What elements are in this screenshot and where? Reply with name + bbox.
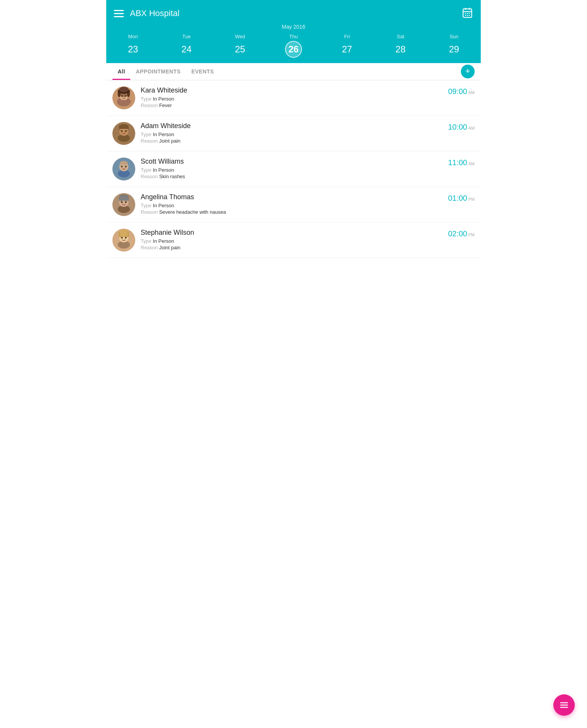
- tab-appointments[interactable]: APPOINTMENTS: [130, 63, 186, 80]
- appointment-info: Angelina Thomas Type In Person Reason Se…: [141, 193, 475, 216]
- appointment-time: 02:00 PM: [448, 229, 475, 238]
- day-cell-sat[interactable]: Sat 28: [391, 34, 410, 58]
- day-cell-fri[interactable]: Fri 27: [337, 34, 357, 58]
- week-nav: Mon 23 Tue 24 Wed 25 Thu 26 Fri 27 Sat 2…: [106, 32, 481, 63]
- appointment-item[interactable]: Kara Whiteside Type In Person Reason Fev…: [106, 80, 481, 116]
- svg-point-58: [120, 237, 123, 238]
- reason-value: Severe headache with nausea: [159, 209, 226, 215]
- svg-point-41: [125, 166, 127, 167]
- appointment-item[interactable]: Scott Williams Type In Person Reason Ski…: [106, 151, 481, 187]
- type-value: In Person: [153, 132, 174, 137]
- appointment-info: Scott Williams Type In Person Reason Ski…: [141, 158, 475, 180]
- hamburger-icon[interactable]: [114, 10, 124, 17]
- time-ampm: PM: [469, 197, 475, 202]
- patient-name: Kara Whiteside: [141, 86, 475, 94]
- time-value: 01:00: [448, 194, 467, 203]
- day-name-sat: Sat: [397, 34, 404, 39]
- appointment-info: Stephanie Wilson Type In Person Reason J…: [141, 229, 475, 251]
- type-value: In Person: [153, 96, 174, 102]
- appointment-item[interactable]: Stephanie Wilson Type In Person Reason J…: [106, 223, 481, 258]
- svg-point-33: [125, 130, 127, 132]
- reason-label: Reason: [141, 245, 159, 250]
- day-name-thu: Thu: [289, 34, 298, 39]
- reason-value: Joint pain: [159, 138, 180, 144]
- type-label: Type: [141, 238, 153, 244]
- appointment-reason: Reason Joint pain: [141, 245, 475, 250]
- month-label: May 2016: [106, 24, 481, 30]
- svg-point-50: [121, 205, 123, 206]
- svg-point-59: [125, 237, 127, 238]
- appointment-info: Kara Whiteside Type In Person Reason Fev…: [141, 86, 475, 109]
- tabs-bar: AllAPPOINTMENTSEVENTS +: [106, 63, 481, 80]
- patient-name: Adam Whiteside: [141, 122, 475, 130]
- add-appointment-button[interactable]: +: [461, 65, 475, 78]
- day-name-sun: Sun: [449, 34, 458, 39]
- type-label: Type: [141, 167, 153, 173]
- header-top: ABX Hospital: [106, 0, 481, 24]
- svg-point-51: [125, 205, 127, 206]
- tab-all[interactable]: All: [112, 63, 130, 80]
- appointment-time: 11:00 AM: [448, 158, 475, 167]
- day-cell-sun[interactable]: Sun 29: [444, 34, 464, 58]
- time-ampm: AM: [469, 161, 475, 166]
- day-name-fri: Fri: [344, 34, 350, 39]
- reason-label: Reason: [141, 138, 159, 144]
- plus-icon: +: [465, 67, 470, 75]
- appointment-type: Type In Person: [141, 203, 475, 208]
- svg-point-21: [119, 87, 128, 92]
- svg-rect-31: [121, 124, 127, 128]
- day-name-tue: Tue: [182, 34, 191, 39]
- appointment-time: 09:00 AM: [448, 87, 475, 96]
- type-label: Type: [141, 203, 153, 208]
- appointment-reason: Reason Joint pain: [141, 138, 475, 144]
- calendar-icon[interactable]: [462, 7, 473, 20]
- appointment-reason: Reason Skin rashes: [141, 174, 475, 179]
- day-number-sun: 29: [446, 41, 462, 58]
- time-ampm: AM: [469, 126, 475, 130]
- day-number-tue: 24: [178, 41, 195, 58]
- svg-point-60: [121, 240, 123, 242]
- type-value: In Person: [153, 203, 174, 208]
- reason-value: Joint pain: [159, 245, 180, 250]
- appointment-type: Type In Person: [141, 238, 475, 244]
- reason-value: Fever: [159, 102, 172, 108]
- patient-name: Stephanie Wilson: [141, 229, 475, 237]
- app-container: ABX Hospital May 2016 Mon 23: [106, 0, 481, 258]
- tab-events[interactable]: EVENTS: [186, 63, 219, 80]
- svg-point-49: [125, 201, 127, 202]
- day-number-fri: 27: [339, 41, 355, 58]
- svg-rect-4: [465, 13, 466, 14]
- day-cell-wed[interactable]: Wed 25: [230, 34, 250, 58]
- svg-point-32: [120, 130, 123, 132]
- avatar: [112, 229, 135, 252]
- avatar: [112, 86, 135, 109]
- appointment-type: Type In Person: [141, 167, 475, 173]
- appointment-type: Type In Person: [141, 132, 475, 137]
- time-ampm: AM: [469, 90, 475, 95]
- svg-rect-7: [465, 15, 466, 16]
- svg-rect-5: [467, 13, 468, 14]
- svg-rect-9: [469, 15, 470, 16]
- svg-rect-8: [467, 15, 468, 16]
- type-value: In Person: [153, 167, 174, 173]
- svg-point-22: [120, 98, 123, 100]
- day-cell-tue[interactable]: Tue 24: [177, 34, 196, 58]
- appointment-time: 01:00 PM: [448, 194, 475, 203]
- day-cell-mon[interactable]: Mon 23: [123, 34, 143, 58]
- appointment-reason: Reason Fever: [141, 102, 475, 108]
- reason-label: Reason: [141, 174, 159, 179]
- avatar: [112, 122, 135, 145]
- time-value: 11:00: [448, 158, 467, 167]
- svg-point-23: [125, 98, 127, 100]
- time-value: 09:00: [448, 87, 467, 96]
- day-name-wed: Wed: [235, 34, 245, 39]
- avatar: [112, 193, 135, 216]
- day-name-mon: Mon: [128, 34, 138, 39]
- reason-value: Skin rashes: [159, 174, 185, 179]
- appointment-item[interactable]: Adam Whiteside Type In Person Reason Joi…: [106, 116, 481, 151]
- day-number-mon: 23: [125, 41, 141, 58]
- appointment-item[interactable]: Angelina Thomas Type In Person Reason Se…: [106, 187, 481, 223]
- reason-label: Reason: [141, 102, 159, 108]
- patient-name: Angelina Thomas: [141, 193, 475, 201]
- day-cell-thu[interactable]: Thu 26: [284, 34, 303, 58]
